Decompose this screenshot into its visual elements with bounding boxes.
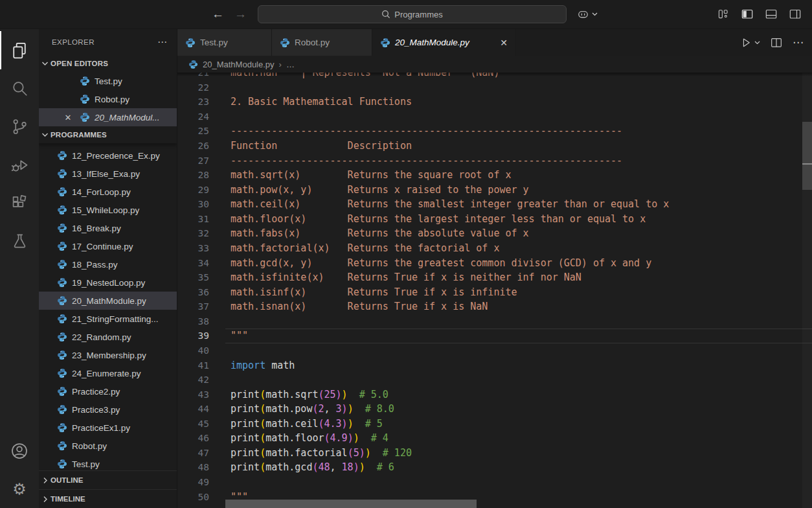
tab-test-py[interactable]: Test.py (177, 29, 272, 56)
toggle-secondary-sidebar-icon[interactable] (789, 8, 802, 21)
more-actions-icon[interactable]: ⋯ (157, 36, 168, 48)
play-icon (740, 36, 753, 49)
more-actions-icon[interactable]: ⋯ (793, 36, 804, 49)
file-14-forloop-py[interactable]: 14_ForLoop.py (39, 183, 177, 201)
file-practice3-py[interactable]: Practice3.py (39, 400, 177, 419)
command-center-search[interactable]: Programmes (258, 5, 567, 23)
code-line-34[interactable]: 34math.gcd(x, y) Returns the greatest co… (177, 255, 802, 270)
vertical-scrollbar-thumb[interactable] (802, 122, 812, 190)
file-17-continue-py[interactable]: 17_Continue.py (39, 237, 177, 255)
file-12-precedence-ex-py[interactable]: 12_Precedence_Ex.py (39, 146, 177, 165)
code-line-24[interactable]: 24 (177, 109, 802, 124)
file-21-stringformatting-[interactable]: 21_StringFormatting... (39, 310, 177, 328)
file-16-break-py[interactable]: 16_Break.py (39, 219, 177, 237)
customize-layout-icon[interactable] (717, 8, 730, 21)
file-24-enumerate-py[interactable]: 24_Enumerate.py (39, 364, 177, 382)
activity-item-source-control[interactable] (0, 108, 39, 146)
line-number: 30 (177, 199, 209, 209)
file-practice2-py[interactable]: Practice2.py (39, 382, 177, 400)
line-text: print(math.gcd(48, 18)) # 6 (209, 461, 394, 473)
run-python-button[interactable] (740, 36, 760, 49)
file-13-ifelse-exa-py[interactable]: 13_IfElse_Exa.py (39, 165, 177, 183)
activity-bar: ⚙ (0, 29, 39, 508)
panel-outline[interactable]: OUTLINE (39, 470, 177, 489)
code-line-36[interactable]: 36math.isinf(x) Returns True if x is inf… (177, 284, 802, 299)
token-id (359, 432, 371, 444)
file-22-random-py[interactable]: 22_Random.py (39, 328, 177, 346)
horizontal-scrollbar-thumb[interactable] (225, 500, 477, 508)
open-editor-robot-py[interactable]: Robot.py (39, 90, 177, 108)
toggle-panel-icon[interactable] (765, 8, 778, 21)
code-line-39[interactable]: 39""" (177, 329, 802, 343)
breadcrumb[interactable]: 20_MathModule.py › … (177, 56, 812, 73)
code-line-38[interactable]: 38 (177, 314, 802, 329)
line-number: 26 (177, 141, 209, 151)
chevron-down-icon (754, 41, 760, 45)
code-line-37[interactable]: 37math.isnan(x) Returns True if x is NaN (177, 299, 802, 314)
code-line-42[interactable]: 42 (177, 373, 802, 387)
close-editor-icon[interactable]: ✕ (61, 113, 75, 122)
token-id: print (231, 403, 260, 415)
activity-item-extensions[interactable] (0, 184, 39, 222)
open-editors-header[interactable]: OPEN EDITORS (39, 55, 177, 72)
folder-header[interactable]: PROGRAMMES (39, 126, 177, 143)
code-line-48[interactable]: 48print(math.gcd(48, 18)) # 6 (177, 460, 802, 475)
activity-item-account[interactable] (0, 432, 39, 470)
panel-timeline[interactable]: TIMELINE (39, 489, 177, 508)
file-test-py[interactable]: Test.py (39, 455, 177, 470)
code-line-45[interactable]: 45print(math.ceil(4.3)) # 5 (177, 416, 802, 431)
breadcrumb-more[interactable]: … (286, 60, 295, 69)
file-20-mathmodule-py[interactable]: 20_MathModule.py (39, 292, 177, 310)
file-practiceex1-py[interactable]: PracticeEx1.py (39, 419, 177, 437)
code-line-47[interactable]: 47print(math.factorial(5)) # 120 (177, 445, 802, 460)
code-line-31[interactable]: 31math.floor(x) Returns the largest inte… (177, 211, 802, 226)
code-area[interactable]: 21math.nan | Represents 'Not a Number' (… (177, 73, 812, 508)
code-line-22[interactable]: 22 (177, 80, 802, 95)
code-line-25[interactable]: 25--------------------------------------… (177, 124, 802, 139)
activity-item-run-debug[interactable] (0, 146, 39, 184)
code-line-29[interactable]: 29math.pow(x, y) Returns x raised to the… (177, 182, 802, 197)
copilot-menu[interactable] (576, 0, 598, 29)
activity-item-testing[interactable] (0, 222, 39, 260)
gear-icon: ⚙ (12, 481, 27, 497)
code-line-40[interactable]: 40 (177, 343, 802, 358)
python-icon (57, 205, 67, 215)
close-tab-icon[interactable]: ✕ (493, 38, 508, 48)
code-line-21[interactable]: 21math.nan | Represents 'Not a Number' (… (177, 73, 802, 80)
file-23-membership-py[interactable]: 23_Membership.py (39, 346, 177, 364)
code-line-27[interactable]: 27--------------------------------------… (177, 153, 802, 168)
open-editor-20-mathmodul-[interactable]: ✕20_MathModul... (39, 108, 177, 126)
file-label: 24_Enumerate.py (72, 369, 141, 378)
code-line-30[interactable]: 30math.ceil(x) Returns the smallest inte… (177, 197, 802, 212)
file-15-whileloop-py[interactable]: 15_WhileLoop.py (39, 201, 177, 219)
token-com: # 120 (383, 447, 412, 459)
tab-robot-py[interactable]: Robot.py (272, 29, 372, 56)
tab-label: Robot.py (295, 38, 330, 47)
code-line-35[interactable]: 35math.isfinite(x) Returns True if x is … (177, 270, 802, 285)
activity-item-settings[interactable]: ⚙ (0, 470, 39, 508)
file-18-pass-py[interactable]: 18_Pass.py (39, 255, 177, 273)
code-line-43[interactable]: 43print(math.sqrt(25)) # 5.0 (177, 387, 802, 402)
code-line-41[interactable]: 41import math (177, 358, 802, 373)
tab-20-mathmodule-py[interactable]: 20_MathModule.py✕ (372, 29, 516, 56)
split-editor-button[interactable] (770, 36, 783, 49)
code-line-44[interactable]: 44print(math.pow(2, 3)) # 8.0 (177, 402, 802, 417)
open-editor-test-py[interactable]: Test.py (39, 72, 177, 90)
token-id (371, 447, 383, 459)
code-line-26[interactable]: 26Function Description (177, 138, 802, 153)
code-line-33[interactable]: 33math.factorial(x) Returns the factoria… (177, 240, 802, 255)
activity-item-explorer[interactable] (0, 31, 39, 69)
vertical-scrollbar[interactable] (802, 73, 812, 508)
nav-forward-icon[interactable]: → (234, 0, 247, 29)
code-line-46[interactable]: 46print(math.floor(4.9)) # 4 (177, 431, 802, 446)
activity-item-search[interactable] (0, 69, 39, 108)
line-number: 43 (177, 389, 209, 400)
toggle-primary-sidebar-icon[interactable] (741, 8, 754, 21)
code-line-28[interactable]: 28math.sqrt(x) Returns the square root o… (177, 168, 802, 183)
code-line-23[interactable]: 232. Basic Mathematical Functions (177, 95, 802, 110)
file-19-nestedloop-py[interactable]: 19_NestedLoop.py (39, 273, 177, 292)
nav-back-icon[interactable]: ← (212, 0, 224, 29)
code-line-32[interactable]: 32math.fabs(x) Returns the absolute valu… (177, 226, 802, 241)
code-line-49[interactable]: 49 (177, 475, 802, 490)
file-robot-py[interactable]: Robot.py (39, 437, 177, 455)
